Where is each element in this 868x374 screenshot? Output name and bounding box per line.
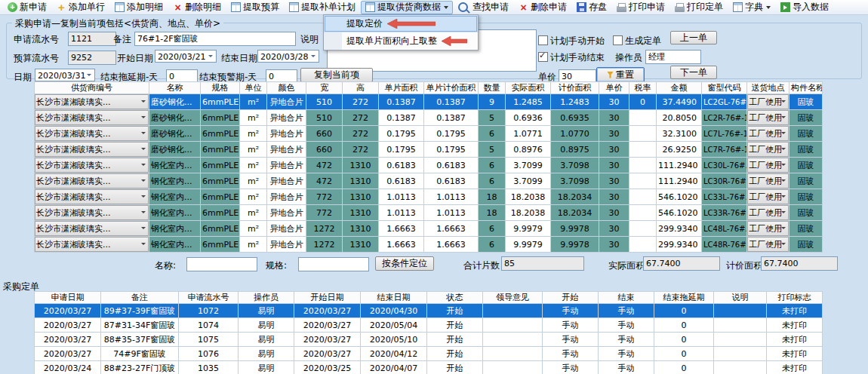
column-header[interactable]: 单片计价面积: [424, 82, 479, 94]
toolbar-button-import-data[interactable]: 导入数据: [776, 1, 833, 14]
end-date-combo[interactable]: 2020/03/28: [257, 50, 319, 63]
table-row[interactable]: 2020/03/2787#31-34F窗固玻1074易明2020/03/2720…: [35, 318, 823, 333]
delivery-combo-cell[interactable]: 工厂使用: [747, 173, 790, 189]
supplier-combo-cell[interactable]: 长沙市潇湘玻璃实...: [35, 94, 149, 110]
manual-start-checkbox[interactable]: [538, 35, 548, 45]
table-row[interactable]: 2020/03/2789#37-39F窗固玻1072易明2020/03/2720…: [35, 304, 823, 318]
delivery-combo-cell[interactable]: 工厂使用: [747, 110, 790, 126]
filter-name-field[interactable]: [186, 257, 257, 271]
table-row[interactable]: 2020/03/2488#23-27F门顶玻1035易明2020/03/2520…: [35, 361, 823, 374]
column-header[interactable]: 打印标志: [767, 292, 823, 304]
toolbar-button-dictionary[interactable]: 字典: [728, 1, 775, 14]
supplier-combo-cell[interactable]: 长沙市潇湘玻璃实...: [35, 126, 149, 142]
supplier-combo-cell[interactable]: 长沙市潇湘玻璃实...: [35, 189, 149, 205]
delivery-combo-cell[interactable]: 工厂使用: [747, 94, 790, 110]
menu-item[interactable]: 提取定价: [324, 15, 478, 32]
column-header[interactable]: 开始日期: [294, 292, 361, 304]
next-order-button[interactable]: 下一单: [670, 66, 717, 79]
column-header[interactable]: 备注: [101, 292, 179, 304]
column-header[interactable]: 领导意见: [483, 292, 543, 304]
column-header[interactable]: 申请日期: [35, 292, 101, 304]
table-row[interactable]: 长沙市潇湘玻璃实...磨砂钢化...6mmPLE...m²异地合片6602720…: [35, 142, 823, 158]
menu-item[interactable]: 提取单片面积向上取整: [324, 32, 478, 50]
toolbar-button-search[interactable]: 查找申请: [454, 1, 513, 14]
supplier-combo-cell[interactable]: 长沙市潇湘玻璃实...: [35, 173, 149, 189]
column-header[interactable]: 金额: [657, 82, 702, 94]
supplier-combo-cell[interactable]: 长沙市潇湘玻璃实...: [35, 142, 149, 158]
toolbar-button-save[interactable]: 存盘: [572, 1, 611, 14]
column-header[interactable]: 申请流水号: [179, 292, 239, 304]
column-header[interactable]: 颜色: [267, 82, 306, 94]
column-header[interactable]: 开始: [543, 292, 599, 304]
toolbar-button-extract-budget[interactable]: 提取预算: [226, 1, 284, 14]
table-row[interactable]: 长沙市潇湘玻璃实...钢化室内...6mmPLE...m²异地合片4721310…: [35, 158, 823, 173]
column-header[interactable]: 送货地点: [747, 82, 790, 94]
delivery-combo-cell[interactable]: 工厂使用: [747, 158, 790, 173]
column-header[interactable]: 说明: [714, 292, 767, 304]
table-row[interactable]: 长沙市潇湘玻璃实...钢化室内...6mmPLE...m²异地合片1272131…: [35, 237, 823, 253]
toolbar-button-extract-supplement-plan[interactable]: 提取补单计划: [285, 1, 360, 14]
supplier-combo-cell[interactable]: 长沙市潇湘玻璃实...: [35, 205, 149, 221]
column-header[interactable]: 规格: [201, 82, 240, 94]
column-header[interactable]: 供货商编号: [35, 82, 149, 94]
delivery-combo-cell[interactable]: 工厂使用: [747, 189, 790, 205]
delivery-combo-cell[interactable]: 工厂使用: [747, 221, 790, 237]
column-header[interactable]: 税率: [629, 82, 657, 94]
table-row[interactable]: 长沙市潇湘玻璃实...钢化室内...6mmPLE...m²异地合片7721310…: [35, 205, 823, 221]
remark-field[interactable]: [134, 32, 296, 46]
toolbar-button-print-request[interactable]: 打印申请: [612, 1, 669, 14]
table-row[interactable]: 长沙市潇湘玻璃实...钢化室内...6mmPLE...m²异地合片1272131…: [35, 221, 823, 237]
delivery-combo-cell[interactable]: 工厂使用: [747, 126, 790, 142]
column-header[interactable]: 状态: [427, 292, 483, 304]
toolbar-button-add-detail[interactable]: 添加明细: [110, 1, 168, 14]
column-header[interactable]: 名称: [149, 82, 201, 94]
request-no-field[interactable]: [68, 32, 116, 46]
column-header[interactable]: 窗型代码: [702, 82, 747, 94]
table-row[interactable]: 2020/03/2774#9F窗固玻1076易明2020/03/272020/0…: [35, 347, 823, 361]
supplier-combo-cell[interactable]: 长沙市潇湘玻璃实...: [35, 221, 149, 237]
reset-button[interactable]: 重置: [596, 67, 645, 82]
table-cell: 3.7099: [506, 158, 551, 173]
column-header[interactable]: 结束: [599, 292, 654, 304]
column-header[interactable]: 结束日期: [361, 292, 427, 304]
supplier-combo-cell[interactable]: 长沙市潇湘玻璃实...: [35, 158, 149, 173]
table-row[interactable]: 长沙市潇湘玻璃实...钢化室内...6mmPLE...m²异地合片4721310…: [35, 173, 823, 189]
column-header[interactable]: 数量: [479, 82, 506, 94]
start-date-combo[interactable]: 2020/03/21: [155, 50, 217, 63]
toolbar-button-delete-detail[interactable]: 删除明细: [168, 1, 226, 14]
delivery-combo-cell[interactable]: 工厂使用: [747, 237, 790, 253]
column-header[interactable]: 计价面积: [551, 82, 599, 94]
toolbar-button-extract-supplier-data[interactable]: 提取供货商数据: [361, 1, 453, 14]
table-row[interactable]: 长沙市潇湘玻璃实...磨砂钢化...6mmPLE...m²异地合片6602720…: [35, 126, 823, 142]
table-row[interactable]: 长沙市潇湘玻璃实...钢化室内...6mmPLE...m²异地合片7721310…: [35, 189, 823, 205]
locate-by-condition-button[interactable]: 按条件定位: [375, 256, 434, 271]
column-header[interactable]: 单价: [599, 82, 629, 94]
column-header[interactable]: 宽: [306, 82, 343, 94]
supplier-combo-cell[interactable]: 长沙市潇湘玻璃实...: [35, 110, 149, 126]
previous-order-button[interactable]: 上一单: [670, 31, 717, 44]
toolbar-button-add-row[interactable]: 添加单行: [52, 1, 109, 14]
table-row[interactable]: 2020/03/2788#35-37F窗固玻1075易明2020/03/2720…: [35, 333, 823, 347]
delivery-combo-cell[interactable]: 工厂使用: [747, 142, 790, 158]
manual-end-checkbox[interactable]: [538, 52, 548, 62]
filter-spec-field[interactable]: [298, 257, 369, 271]
column-header[interactable]: 结束拖延期: [654, 292, 714, 304]
column-header[interactable]: 操作员: [239, 292, 294, 304]
supplier-combo-cell[interactable]: 长沙市潇湘玻璃实...: [35, 237, 149, 253]
toolbar-button-print-order[interactable]: 打印定单: [670, 1, 728, 14]
column-header[interactable]: 单片面积: [379, 82, 424, 94]
table-row[interactable]: 长沙市潇湘玻璃实...磨砂钢化...6mmPLE...m²异地合片5102720…: [35, 94, 823, 110]
operator-field[interactable]: [645, 50, 701, 64]
column-header[interactable]: 构件名称: [790, 82, 823, 94]
toolbar-button-delete-request[interactable]: 删除申请: [514, 1, 571, 14]
column-header[interactable]: 单位: [240, 82, 267, 94]
copy-current-item-button[interactable]: 复制当前项: [300, 68, 373, 82]
column-header[interactable]: 实际面积: [506, 82, 551, 94]
delivery-combo-cell[interactable]: 工厂使用: [747, 205, 790, 221]
table-row[interactable]: 长沙市潇湘玻璃实...磨砂钢化...6mmPLE...m²异地合片5102720…: [35, 110, 823, 126]
column-header[interactable]: 高: [343, 82, 379, 94]
toolbar-button-new-request[interactable]: 新申请: [3, 1, 51, 14]
generate-order-checkbox[interactable]: [613, 35, 623, 45]
date-combo[interactable]: 2020/03/31: [35, 69, 95, 81]
budget-no-field[interactable]: [68, 51, 116, 65]
